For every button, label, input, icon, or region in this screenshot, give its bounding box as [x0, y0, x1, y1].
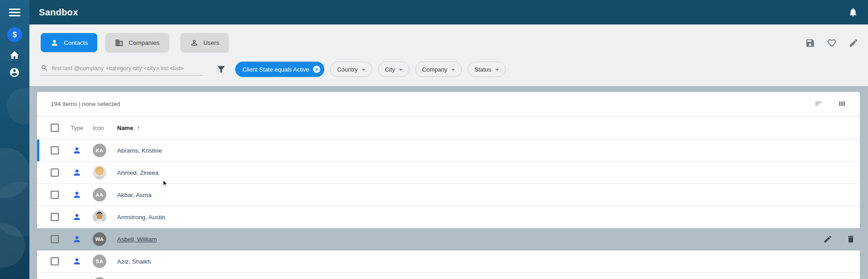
filter-dropdown-company[interactable]: Company	[415, 62, 462, 77]
contact-name-link[interactable]: Armstrong, Austin	[117, 214, 166, 221]
search-input[interactable]	[52, 65, 202, 72]
tab-companies-label: Companies	[128, 39, 159, 46]
active-filter-chip[interactable]: Client State equals Active ×	[235, 62, 324, 77]
row-checkbox[interactable]	[51, 168, 59, 177]
delete-row-button[interactable]	[846, 235, 855, 244]
table-row-selected[interactable]: WA Asbell, William	[37, 228, 860, 250]
contact-type-person-icon	[72, 257, 81, 266]
list-container: 194 items | none selected Type Icon Name…	[29, 86, 868, 279]
contact-list: 194 items | none selected Type Icon Name…	[37, 92, 860, 279]
columns-icon	[838, 100, 846, 108]
active-filter-label: Client State equals Active	[242, 66, 309, 73]
chevron-down-icon	[362, 69, 365, 71]
tab-users-label: Users	[204, 39, 219, 46]
favorite-button[interactable]	[827, 38, 837, 48]
contact-type-person-icon	[72, 235, 81, 244]
filter-chips: Client State equals Active × Country Cit…	[235, 62, 506, 77]
table-row[interactable]: Ahmed, Zineea	[37, 162, 860, 184]
contact-name-link[interactable]: Ahmed, Zineea	[117, 169, 159, 176]
selection-summary: 194 items | none selected	[51, 101, 120, 107]
row-focus-indicator	[37, 140, 39, 161]
column-header-icon: Icon	[93, 125, 104, 131]
page-title: Sandbox	[39, 7, 78, 18]
tab-users[interactable]: Users	[180, 33, 229, 52]
row-checkbox[interactable]	[51, 146, 59, 154]
row-checkbox[interactable]	[51, 257, 59, 265]
save-view-button[interactable]	[805, 38, 815, 48]
table-row[interactable]: SA Aziz, Shaikh	[37, 250, 860, 273]
avatar: AA	[93, 188, 106, 202]
contact-type-person-icon	[72, 190, 81, 199]
contact-name-link[interactable]: Asbell, William	[117, 236, 157, 243]
main-content: Contacts Companies Users	[29, 24, 868, 279]
table-header-row: Type Icon Name ↑	[37, 116, 860, 140]
column-header-name[interactable]: Name ↑	[115, 124, 860, 131]
tab-contacts[interactable]: Contacts	[41, 33, 97, 52]
table-row[interactable]: Armstrong, Austin	[37, 206, 860, 228]
notifications-bell-icon[interactable]	[848, 7, 858, 17]
chevron-down-icon	[451, 69, 455, 71]
remove-filter-icon[interactable]: ×	[313, 66, 320, 73]
row-checkbox[interactable]	[51, 235, 59, 243]
person-outline-icon	[190, 38, 199, 47]
heart-outline-icon	[827, 38, 837, 48]
filter-funnel-icon[interactable]	[216, 64, 226, 74]
search-row	[40, 62, 226, 76]
filter-dropdown-country[interactable]: Country	[330, 62, 372, 77]
trash-icon	[846, 235, 855, 244]
table-row-partial	[37, 273, 860, 279]
row-checkbox[interactable]	[51, 213, 59, 221]
person-icon	[50, 38, 59, 47]
contact-name-link[interactable]: Abrams, Kristine	[117, 147, 162, 154]
sort-icon	[814, 100, 823, 108]
contact-type-person-icon	[72, 212, 81, 221]
sort-ascending-arrow-icon: ↑	[137, 124, 140, 131]
contact-type-person-icon	[72, 146, 81, 155]
menu-icon[interactable]	[9, 9, 20, 18]
avatar: SA	[93, 255, 106, 268]
column-header-type: Type	[71, 125, 83, 131]
sidebar: $	[0, 0, 29, 279]
search-icon	[41, 64, 48, 72]
row-checkbox[interactable]	[51, 191, 59, 199]
sort-button[interactable]	[814, 100, 823, 108]
avatar-photo	[93, 166, 106, 179]
filter-status-label: Status	[474, 66, 491, 73]
table-row[interactable]: KA Abrams, Kristine	[37, 140, 860, 162]
avatar: WA	[93, 232, 106, 246]
table-row[interactable]: AA Akbar, Asma	[37, 184, 860, 206]
filter-country-label: Country	[337, 66, 358, 73]
chevron-down-icon	[495, 69, 499, 71]
sidebar-item-account[interactable]	[9, 67, 20, 78]
filter-dropdown-status[interactable]: Status	[468, 62, 506, 77]
tab-contacts-label: Contacts	[64, 39, 88, 46]
avatar-photo	[93, 210, 106, 224]
app-logo-dollar-icon[interactable]: $	[7, 27, 22, 42]
entity-tabs: Contacts Companies Users	[41, 33, 229, 52]
columns-button[interactable]	[838, 100, 846, 108]
filter-city-label: City	[385, 66, 395, 73]
list-toolbar: 194 items | none selected	[37, 92, 860, 116]
contact-name-link[interactable]: Aziz, Shaikh	[117, 258, 151, 265]
mouse-cursor-icon	[163, 180, 168, 186]
view-actions	[805, 38, 859, 48]
select-all-checkbox[interactable]	[51, 124, 59, 132]
filter-dropdown-city[interactable]: City	[378, 62, 409, 77]
chevron-down-icon	[399, 69, 403, 71]
edit-view-button[interactable]	[849, 38, 859, 48]
pencil-icon	[849, 38, 859, 48]
building-icon	[115, 38, 123, 47]
sidebar-item-home[interactable]	[9, 50, 20, 61]
tab-companies[interactable]: Companies	[105, 33, 169, 52]
filter-company-label: Company	[422, 66, 447, 73]
contact-name-link[interactable]: Akbar, Asma	[117, 192, 152, 198]
edit-row-button[interactable]	[823, 235, 832, 244]
floppy-save-icon	[805, 38, 815, 48]
contact-type-person-icon	[72, 168, 81, 177]
avatar	[93, 277, 106, 279]
avatar: KA	[93, 144, 106, 157]
search-box[interactable]	[40, 62, 203, 76]
topbar: Sandbox	[0, 0, 868, 24]
pencil-icon	[823, 235, 832, 244]
